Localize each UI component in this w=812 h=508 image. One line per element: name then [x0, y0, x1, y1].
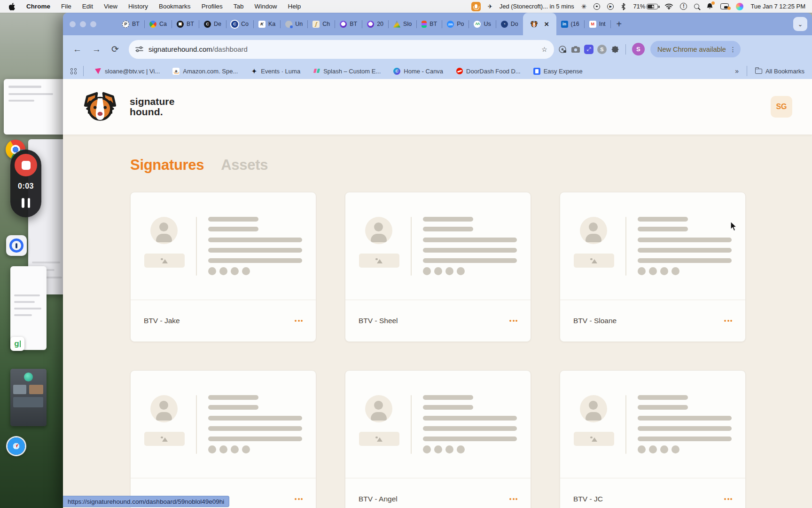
menu-profiles[interactable]: Profiles [202, 3, 223, 10]
signature-hound-logo[interactable] [83, 91, 117, 122]
pause-recording-button[interactable] [22, 198, 30, 208]
tab-ch[interactable]: ʃCh [308, 13, 335, 35]
onepassword-app-icon[interactable] [6, 235, 27, 256]
bookmark-amazon[interactable]: aAmazon.com. Spe... [168, 68, 242, 75]
menu-bookmarks[interactable]: Bookmarks [159, 3, 191, 10]
close-window-button[interactable] [70, 21, 76, 27]
camera-extension-icon[interactable] [571, 46, 580, 53]
tab-co[interactable]: CCo [226, 13, 253, 35]
background-window-thumbnail[interactable] [4, 79, 70, 135]
tab-ca[interactable]: Ca [145, 13, 172, 35]
microphone-in-use-icon[interactable] [471, 2, 481, 11]
signature-card[interactable]: BTV - JC [560, 370, 746, 508]
update-alert-icon[interactable]: ! [680, 3, 687, 10]
tab-assets[interactable]: Assets [221, 157, 268, 174]
menu-bar-clock[interactable]: Tue Jan 7 12:25 PM [750, 3, 805, 10]
forward-button[interactable]: → [89, 44, 104, 55]
apple-menu-icon[interactable] [9, 3, 16, 10]
tab-po[interactable]: zmPo [442, 13, 468, 35]
tab-de[interactable]: CDe [199, 13, 226, 35]
reload-button[interactable]: ⟳ [108, 44, 122, 55]
tab-ka[interactable]: KKa [254, 13, 280, 35]
menu-app-name[interactable]: Chrome [26, 3, 50, 10]
update-chrome-button[interactable]: New Chrome available ⋮ [650, 41, 741, 57]
address-bar[interactable]: signaturehound.com/dashboard ☆ [129, 40, 554, 59]
tab-slo[interactable]: Slo [389, 13, 416, 35]
tab-signatures[interactable]: Signatures [130, 157, 204, 174]
tab-linkedin[interactable]: in(16 [556, 13, 584, 35]
tab-do[interactable]: ◔Do [496, 13, 523, 35]
site-settings-icon[interactable] [135, 45, 143, 53]
menu-help[interactable]: Help [288, 3, 301, 10]
spotlight-icon[interactable] [694, 4, 699, 9]
card-menu-icon[interactable] [509, 320, 517, 322]
tab-bt-2[interactable]: ▦BT [172, 13, 199, 35]
active-tab-signature-hound[interactable]: ✕ [523, 13, 556, 35]
stop-recording-button[interactable] [15, 154, 37, 176]
battery-status[interactable]: 71% [633, 3, 658, 10]
tab-un[interactable]: Un [281, 13, 307, 35]
notification-icon[interactable] [706, 3, 713, 10]
bookmark-star-icon[interactable]: ☆ [541, 46, 547, 53]
tab-us[interactable]: ΛΛUs [469, 13, 495, 35]
menu-tab[interactable]: Tab [234, 3, 244, 10]
new-tab-button[interactable]: + [611, 19, 628, 30]
close-tab-icon[interactable]: ✕ [544, 21, 549, 28]
bookmark-luma[interactable]: ✦Events · Luma [246, 68, 304, 75]
safari-app-icon[interactable] [8, 437, 25, 455]
starburst-menu-icon[interactable]: ✳ [581, 3, 587, 10]
card-menu-icon[interactable] [509, 498, 517, 500]
photo-collage-thumbnail[interactable] [10, 369, 47, 426]
tab-bt-1[interactable]: PBT [117, 13, 144, 35]
menu-view[interactable]: View [104, 3, 117, 10]
play-menu-icon[interactable]: ▶ [607, 3, 614, 10]
screen-mirroring-icon[interactable] [720, 3, 729, 9]
brand-wordmark[interactable]: signature hound. [130, 96, 174, 118]
flight-tracker-icon[interactable]: ✈ [488, 3, 492, 10]
card-menu-icon[interactable] [724, 498, 732, 500]
url-text[interactable]: signaturehound.com/dashboard [148, 45, 536, 53]
wifi-icon[interactable] [665, 3, 673, 9]
menu-history[interactable]: History [128, 3, 148, 10]
apps-grid-icon[interactable] [70, 68, 77, 74]
bluetooth-icon[interactable] [621, 3, 626, 10]
canva-icon: C [393, 68, 400, 75]
bookmark-splash[interactable]: Splash – Custom E... [309, 68, 385, 75]
grammarly-app-icon[interactable]: g [10, 337, 24, 351]
s-extension-icon[interactable]: S [597, 45, 607, 54]
tab-gmail[interactable]: MInt [585, 13, 610, 35]
tab-bt-3[interactable]: BT [335, 13, 362, 35]
bookmark-canva[interactable]: CHome - Canva [389, 68, 447, 75]
all-bookmarks-button[interactable]: All Bookmarks [755, 68, 804, 75]
signature-card[interactable]: BTV - Angel [345, 370, 531, 508]
signature-card[interactable]: BTV - Jake [130, 192, 316, 342]
extensions-puzzle-icon[interactable] [610, 45, 619, 54]
tab-search-button[interactable]: ⌄ [793, 17, 807, 31]
card-menu-icon[interactable] [295, 320, 303, 322]
more-menu-icon[interactable]: ⋮ [730, 46, 736, 53]
resize-extension-icon[interactable]: ⤢ [584, 45, 593, 54]
signature-card[interactable] [130, 370, 316, 508]
menu-file[interactable]: File [61, 3, 71, 10]
card-menu-icon[interactable] [724, 320, 732, 322]
bookmarks-overflow-button[interactable]: » [735, 67, 739, 75]
password-extension-icon[interactable] [558, 45, 567, 54]
minimize-window-button[interactable] [80, 21, 86, 27]
signature-card[interactable]: BTV - Sloane [560, 192, 746, 342]
siri-icon[interactable] [736, 3, 743, 10]
bookmark-sloane[interactable]: sloane@btv.vc | Vi... [90, 68, 164, 75]
card-menu-icon[interactable] [295, 498, 303, 500]
signature-card[interactable]: BTV - Sheel [345, 192, 531, 342]
back-button[interactable]: ← [70, 44, 85, 55]
menu-edit[interactable]: Edit [82, 3, 93, 10]
focus-menu-icon[interactable] [593, 3, 600, 10]
tab-20[interactable]: 20 [362, 13, 388, 35]
zoom-window-button[interactable] [90, 21, 96, 27]
bookmark-doordash[interactable]: DoorDash Food D... [452, 68, 525, 75]
profile-avatar[interactable]: S [632, 43, 645, 56]
bookmark-easy-expense[interactable]: Easy Expense [529, 68, 587, 75]
menu-window[interactable]: Window [254, 3, 277, 10]
event-reminder-text[interactable]: Jed (Stonecroft)... in 5 mins [500, 3, 574, 10]
account-avatar[interactable]: SG [771, 96, 792, 118]
tab-bt-4[interactable]: BT [417, 13, 442, 35]
